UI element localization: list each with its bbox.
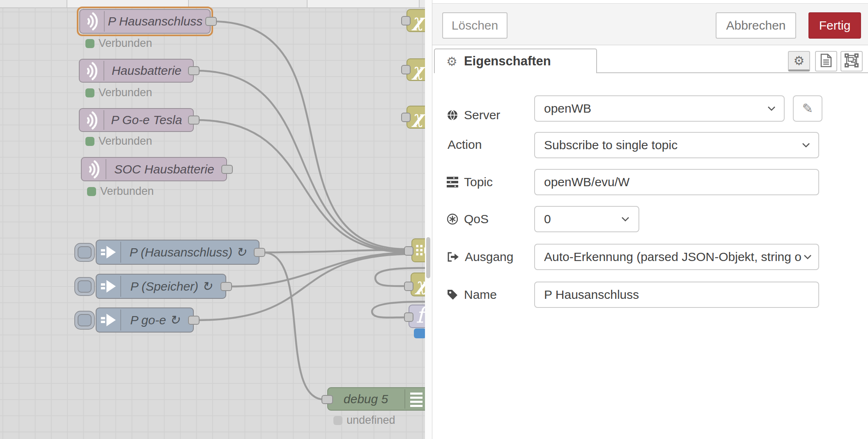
action-label: Action <box>448 132 482 158</box>
cancel-button[interactable]: Abbrechen <box>716 12 796 39</box>
inject-arrow-icon <box>96 240 120 264</box>
tab-description-icon-button[interactable] <box>815 51 837 72</box>
wire[interactable] <box>196 71 406 251</box>
delete-button[interactable]: Löschen <box>442 12 507 39</box>
status-dot <box>87 187 96 196</box>
wire[interactable] <box>212 21 406 249</box>
qos-select[interactable]: 0 <box>534 206 639 232</box>
globe-icon <box>447 109 458 121</box>
tab-appearance-icon-button[interactable] <box>840 51 863 72</box>
status-dot <box>85 39 94 48</box>
status-dot <box>85 88 94 97</box>
inject-button[interactable] <box>74 243 95 262</box>
output-port[interactable] <box>188 116 200 125</box>
name-input[interactable] <box>534 282 819 308</box>
output-port[interactable] <box>220 282 232 291</box>
edit-tray: Löschen Abbrechen Fertig ⚙ Eigenschaften… <box>432 0 868 439</box>
inject-arrow-icon <box>96 275 120 298</box>
server-label: Server <box>447 102 500 128</box>
tag-icon <box>447 289 458 300</box>
wire[interactable] <box>196 120 406 252</box>
name-label: Name <box>447 282 497 308</box>
chevron-down-icon <box>802 143 810 148</box>
tab-rule <box>597 72 868 73</box>
mqtt-signal-icon <box>82 158 106 180</box>
node-label: debug 5 <box>331 388 400 410</box>
topic-label: Topic <box>447 169 493 195</box>
node-status: undefined <box>333 414 395 427</box>
wire[interactable] <box>263 252 324 400</box>
output-port[interactable] <box>221 165 233 174</box>
mqtt-in-node[interactable]: Hausbatterie <box>79 59 194 83</box>
node-label: P go-e ↻ <box>120 308 190 332</box>
topic-input-field[interactable] <box>544 175 809 189</box>
node-status: Verbunden <box>85 135 152 148</box>
input-port[interactable] <box>404 312 413 322</box>
flow-canvas[interactable]: P Hausanschluss Verbunden Hausbatterie V… <box>0 0 425 439</box>
mqtt-in-node[interactable]: P Hausanschluss <box>79 9 211 34</box>
input-port[interactable] <box>401 65 411 74</box>
debug-node[interactable]: debug 5 <box>327 387 430 411</box>
certificate-icon <box>447 213 458 225</box>
mqtt-signal-icon <box>80 60 103 82</box>
output-port[interactable] <box>254 248 265 257</box>
group-selection-icon <box>845 53 859 69</box>
node-label: Hausbatterie <box>103 60 190 82</box>
mqtt-in-node[interactable]: SOC Hausbatterie <box>81 157 227 181</box>
node-label: P Hausanschluss <box>104 10 207 33</box>
input-port[interactable] <box>321 395 333 404</box>
tray-resize-bar[interactable] <box>425 0 432 439</box>
topic-input[interactable] <box>534 169 819 195</box>
edit-server-button[interactable]: ✎ <box>793 95 822 122</box>
node-label: P (Hausanschluss) ↻ <box>120 240 255 264</box>
status-dot <box>85 137 94 146</box>
output-label: Ausgang <box>447 244 513 270</box>
mqtt-signal-icon <box>80 109 103 131</box>
document-icon <box>820 53 832 69</box>
tab-properties-icon-button[interactable]: ⚙ <box>788 51 810 72</box>
output-port[interactable] <box>205 17 217 26</box>
mqtt-in-node[interactable]: P Go-e Tesla <box>79 108 194 132</box>
tray-resize-handle[interactable] <box>426 237 430 278</box>
tab-eigenschaften[interactable]: ⚙ Eigenschaften <box>434 49 597 73</box>
node-red-editor: P Hausanschluss Verbunden Hausbatterie V… <box>0 0 868 439</box>
inject-button[interactable] <box>74 277 95 296</box>
inject-node[interactable]: P (Speicher) ↻ <box>96 274 226 299</box>
input-port[interactable] <box>404 282 413 291</box>
node-status: Verbunden <box>87 185 154 198</box>
server-select[interactable]: openWB <box>534 95 785 122</box>
chevron-down-icon <box>621 217 629 222</box>
qos-label: QoS <box>447 206 489 232</box>
status-dot <box>333 416 342 425</box>
name-input-field[interactable] <box>544 288 809 302</box>
inject-node[interactable]: P (Hausanschluss) ↻ <box>96 240 259 265</box>
chevron-down-icon <box>767 106 776 111</box>
input-port[interactable] <box>401 16 411 25</box>
gear-icon: ⚙ <box>446 54 457 69</box>
output-select[interactable]: Auto-Erkennung (parsed JSON-Objekt, stri… <box>534 244 819 270</box>
inject-arrow-icon <box>96 308 120 332</box>
action-select[interactable]: Subscribe to single topic <box>534 132 819 158</box>
node-status: Verbunden <box>85 37 152 50</box>
output-port[interactable] <box>188 316 200 325</box>
pencil-icon: ✎ <box>802 101 813 116</box>
tasks-icon <box>447 177 458 187</box>
mqtt-signal-icon <box>80 10 104 33</box>
input-port[interactable] <box>401 113 411 122</box>
done-button[interactable]: Fertig <box>808 12 861 39</box>
input-port[interactable] <box>404 246 413 256</box>
node-label: P Go-e Tesla <box>103 109 190 131</box>
node-label: P (Speicher) ↻ <box>120 275 222 298</box>
output-port[interactable] <box>188 66 200 75</box>
inject-node[interactable]: P go-e ↻ <box>96 307 194 333</box>
chevron-down-icon <box>804 254 812 259</box>
blue-node-partial[interactable] <box>414 328 426 338</box>
inject-button[interactable] <box>74 311 95 330</box>
node-label: SOC Hausbatterie <box>106 158 223 180</box>
gear-icon: ⚙ <box>794 53 805 68</box>
sign-out-icon <box>447 251 459 263</box>
node-status: Verbunden <box>85 86 152 99</box>
wire-layer <box>0 0 425 439</box>
